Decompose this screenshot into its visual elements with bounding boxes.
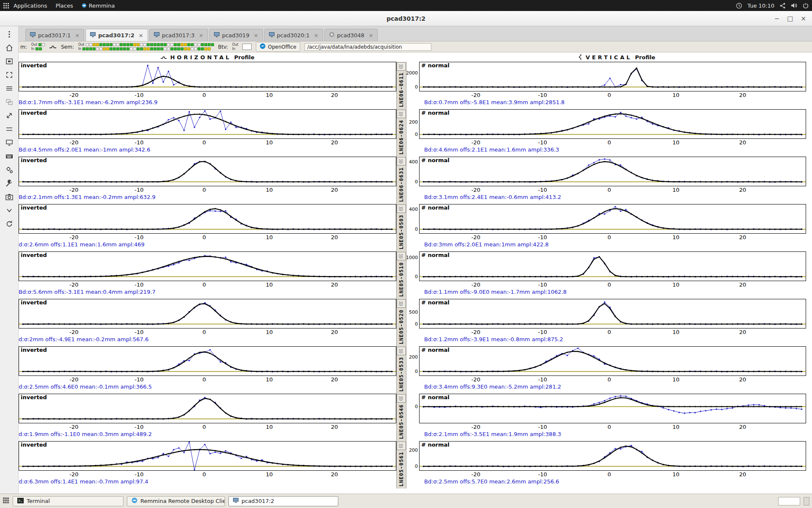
vertical-profile-chart[interactable]: # normal	[419, 62, 806, 91]
tab-close-icon[interactable]: ×	[199, 32, 203, 39]
session-tab[interactable]: pcad3048×	[324, 29, 378, 41]
hlines2-icon[interactable]	[4, 124, 14, 134]
show-desktop-button[interactable]	[804, 497, 809, 505]
vertical-profile-chart[interactable]: # normal	[419, 394, 806, 423]
chart-canvas	[19, 252, 396, 281]
device-name: LNE06-0611	[398, 71, 404, 109]
gears-icon[interactable]	[4, 165, 14, 174]
status-circle-icon[interactable]	[736, 3, 742, 9]
taskbar-apps-icon[interactable]	[3, 497, 9, 505]
wave-icon[interactable]	[397, 110, 406, 118]
volume-icon[interactable]	[791, 3, 798, 8]
expand-icon[interactable]	[4, 111, 14, 120]
taskbar-window-button[interactable]: Terminal	[13, 496, 123, 506]
menu-remmina[interactable]: Remmina	[78, 2, 119, 10]
wrench-icon[interactable]	[4, 179, 14, 188]
power-icon[interactable]	[803, 3, 809, 8]
horizontal-profile-chart[interactable]: inverted	[19, 299, 396, 329]
status-led	[201, 47, 204, 50]
taskbar-window-button[interactable]: Remmina Remote Desktop Client	[127, 496, 225, 506]
wave-icon[interactable]	[397, 442, 406, 450]
horizontal-profile-chart[interactable]: inverted	[19, 62, 396, 91]
fit-window-icon[interactable]	[4, 57, 14, 66]
status-led	[157, 43, 160, 46]
x-tick-label: -10	[538, 92, 547, 98]
window-titlebar[interactable]: pcad3017:2 − □ ×	[0, 11, 812, 26]
session-tab[interactable]: pcad3017:3×	[149, 29, 208, 41]
wave-icon[interactable]	[397, 62, 406, 71]
hlines-icon[interactable]	[4, 84, 14, 93]
wave-icon[interactable]	[397, 157, 406, 166]
tab-close-icon[interactable]: ×	[254, 32, 258, 39]
home-icon[interactable]	[4, 43, 14, 52]
wave-icon[interactable]	[397, 252, 406, 260]
vertical-profile-chart[interactable]: # normal	[419, 157, 806, 186]
session-tab[interactable]: pcad3020:1×	[264, 29, 323, 41]
taskbar-window-button[interactable]: pcad3017:2	[228, 496, 338, 506]
status-led	[177, 43, 180, 46]
device-strip: LNE06-0624	[396, 109, 406, 157]
openoffice-button[interactable]: OpenOffice	[256, 42, 300, 52]
close-button[interactable]: ×	[801, 15, 806, 22]
minimize-button[interactable]: −	[774, 15, 780, 22]
y-tick-label: 2000	[406, 70, 418, 76]
status-led	[140, 47, 143, 50]
tab-close-icon[interactable]: ×	[369, 32, 373, 39]
y-axis-labels: 4000	[406, 204, 419, 251]
wave-icon[interactable]	[397, 204, 406, 213]
fullscreen-icon[interactable]	[4, 70, 14, 80]
device-strip: LNE05-0510	[396, 251, 406, 299]
share-network-icon[interactable]	[779, 3, 786, 9]
status-led	[191, 43, 194, 46]
status-led	[143, 43, 146, 46]
status-led	[103, 43, 106, 46]
refresh-icon[interactable]	[4, 219, 14, 229]
session-tab[interactable]: pcad3019×	[209, 29, 263, 41]
horizontal-profile-chart[interactable]: inverted	[19, 394, 396, 423]
horizontal-profile-chart[interactable]: inverted	[19, 251, 396, 281]
clock[interactable]: Tue 10:10	[747, 3, 774, 9]
tab-close-icon[interactable]: ×	[139, 32, 143, 39]
horizontal-profile-chart[interactable]: inverted	[19, 157, 396, 186]
wave-icon[interactable]	[397, 394, 406, 403]
vertical-profile-chart[interactable]: # normal	[419, 299, 806, 329]
sem-outin-indicators: Out In	[78, 43, 214, 51]
camera-icon[interactable]	[4, 192, 14, 202]
session-tab[interactable]: pcad3017:2×	[85, 29, 148, 41]
status-led	[93, 43, 96, 46]
status-led	[174, 43, 177, 46]
status-led	[140, 43, 143, 46]
vertical-profile-chart[interactable]: # normal	[419, 204, 806, 234]
status-led	[89, 43, 92, 46]
multi-monitor-icon[interactable]	[4, 138, 14, 147]
horizontal-profile-chart[interactable]: inverted	[19, 346, 396, 376]
vertical-profile-chart[interactable]: # normal	[419, 251, 806, 281]
tab-close-icon[interactable]: ×	[314, 32, 318, 39]
keyboard-icon[interactable]	[4, 152, 14, 161]
wave-icon[interactable]	[397, 299, 406, 308]
x-axis-labels: -20-1001020	[419, 186, 806, 194]
status-led	[198, 43, 200, 46]
maximize-button[interactable]: □	[787, 15, 793, 22]
chevron-down-icon[interactable]	[4, 206, 14, 215]
y-axis-labels: 0	[406, 394, 419, 441]
vertical-profile-chart[interactable]: # normal	[419, 441, 806, 471]
wave-icon[interactable]	[397, 347, 406, 355]
status-led	[160, 47, 163, 50]
vertical-profile-chart[interactable]: # normal	[419, 109, 806, 139]
scaled-window-icon[interactable]	[4, 97, 14, 107]
menu-applications-label: Applications	[14, 3, 47, 9]
apps-grid-icon[interactable]	[3, 3, 9, 8]
horizontal-profile-chart[interactable]: inverted	[19, 204, 396, 234]
menu-places[interactable]: Places	[52, 2, 77, 10]
y-axis-labels: 5000	[406, 299, 419, 346]
menu-dots-icon[interactable]	[4, 30, 14, 39]
vertical-profile-chart[interactable]: # normal	[419, 346, 806, 376]
menu-applications[interactable]: Applications	[10, 2, 51, 10]
horizontal-fit-stats: d:σ:2mm offs:-4.9E1 mean:-0.2mm ampl:567…	[19, 336, 396, 344]
tab-close-icon[interactable]: ×	[75, 32, 80, 39]
horizontal-profile-chart[interactable]: inverted	[19, 109, 396, 139]
horizontal-profile-chart[interactable]: inverted	[19, 441, 396, 471]
x-tick-label: -20	[471, 376, 480, 383]
session-tab[interactable]: pcad3017:1×	[25, 29, 84, 41]
